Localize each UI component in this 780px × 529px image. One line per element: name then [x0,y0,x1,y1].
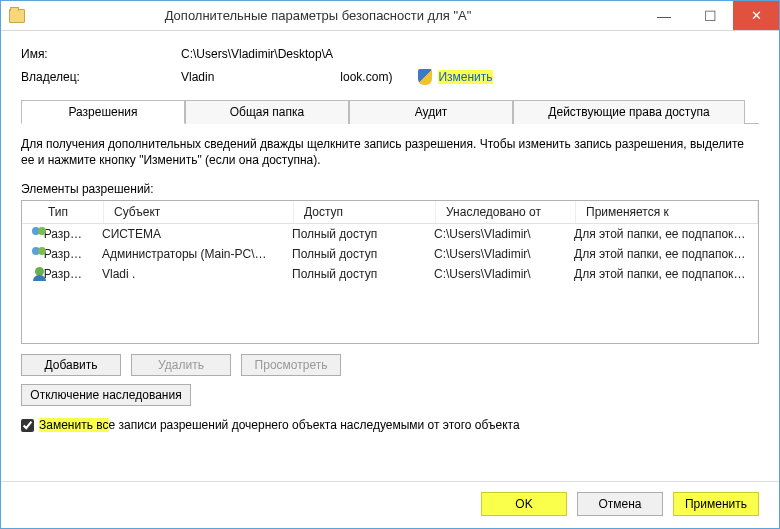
dialog-footer: OK Отмена Применить [1,481,779,528]
table-row[interactable]: Разр…Администраторы (Main-PC\…Полный дос… [22,244,758,264]
cell-type: Разр… [44,227,82,241]
remove-button: Удалить [131,354,231,376]
tab-audit[interactable]: Аудит [349,100,513,124]
col-inherited[interactable]: Унаследовано от [436,201,576,223]
tab-effective-access[interactable]: Действующие права доступа [513,100,745,124]
advanced-security-window: Дополнительные параметры безопасности дл… [0,0,780,529]
folder-icon [9,9,25,23]
permission-entries-label: Элементы разрешений: [21,182,759,196]
cell-inherited: C:\Users\Vladimir\ [424,266,564,282]
cell-inherited: C:\Users\Vladimir\ [424,246,564,262]
cell-access: Полный доступ [282,246,424,262]
cell-applies: Для этой папки, ее подпапок … [564,266,758,282]
col-applies[interactable]: Применяется к [576,201,758,223]
replace-child-permissions-checkbox[interactable] [21,419,34,432]
principal-icon [32,247,40,261]
owner-label: Владелец: [21,70,181,84]
table-row[interactable]: Разр…СИСТЕМАПолный доступC:\Users\Vladim… [22,224,758,244]
owner-account-suffix: look.com) [340,70,392,84]
cell-subject: Администраторы (Main-PC\… [92,246,282,262]
owner-value: Vladin [181,70,214,84]
col-type[interactable]: Тип [22,201,104,223]
view-button: Просмотреть [241,354,341,376]
shield-icon [418,69,432,85]
apply-button[interactable]: Применить [673,492,759,516]
cell-subject: Vladi . [92,266,282,282]
replace-child-permissions-label[interactable]: Заменить все записи разрешений дочернего… [39,418,520,432]
disable-inheritance-button[interactable]: Отключение наследования [21,384,191,406]
tab-permissions[interactable]: Разрешения [21,100,185,124]
cell-access: Полный доступ [282,226,424,242]
ok-button[interactable]: OK [481,492,567,516]
list-header: Тип Субъект Доступ Унаследовано от Приме… [22,201,758,224]
principal-icon [32,267,40,281]
cell-subject: СИСТЕМА [92,226,282,242]
cell-type: Разр… [44,247,82,261]
col-subject[interactable]: Субъект [104,201,294,223]
cell-type: Разр… [44,267,82,281]
tab-shared-folder[interactable]: Общая папка [185,100,349,124]
principal-icon [32,227,40,241]
instructions-text: Для получения дополнительных сведений дв… [21,136,759,168]
add-button[interactable]: Добавить [21,354,121,376]
maximize-button[interactable]: ☐ [687,1,733,30]
close-button[interactable]: ✕ [733,1,779,30]
cell-applies: Для этой папки, ее подпапок … [564,226,758,242]
window-title: Дополнительные параметры безопасности дл… [35,8,641,23]
tabstrip: Разрешения Общая папка Аудит Действующие… [21,99,759,124]
cell-inherited: C:\Users\Vladimir\ [424,226,564,242]
titlebar: Дополнительные параметры безопасности дл… [1,1,779,31]
cell-access: Полный доступ [282,266,424,282]
change-owner-link[interactable]: Изменить [438,70,492,84]
cell-applies: Для этой папки, ее подпапок … [564,246,758,262]
table-row[interactable]: Разр…Vladi .Полный доступC:\Users\Vladim… [22,264,758,284]
minimize-button[interactable]: — [641,1,687,30]
permission-list[interactable]: Тип Субъект Доступ Унаследовано от Приме… [21,200,759,344]
cancel-button[interactable]: Отмена [577,492,663,516]
col-access[interactable]: Доступ [294,201,436,223]
name-value: C:\Users\Vladimir\Desktop\A [181,47,759,61]
name-label: Имя: [21,47,181,61]
